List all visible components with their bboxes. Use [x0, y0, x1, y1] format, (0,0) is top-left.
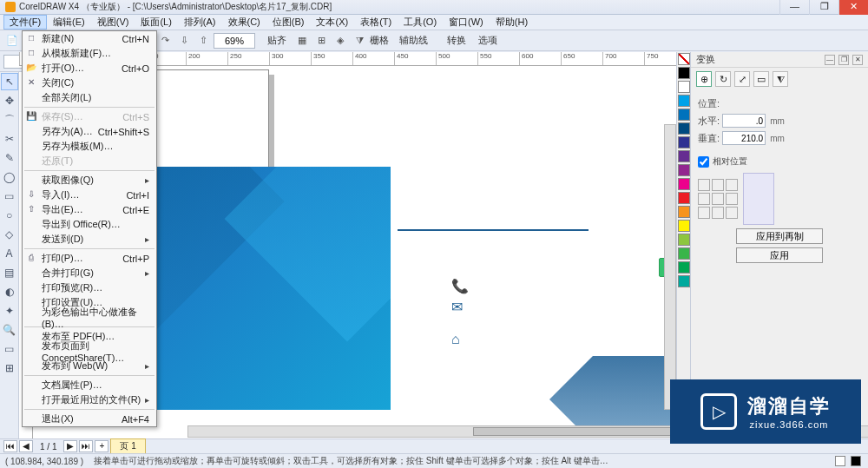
swatch[interactable]: [678, 275, 690, 287]
transform-skew-tab[interactable]: ⧨: [773, 71, 788, 87]
page-prev[interactable]: ◀: [19, 440, 33, 452]
swatch[interactable]: [678, 206, 690, 218]
zoom-input[interactable]: [214, 33, 255, 49]
freehand-tool[interactable]: ✎: [1, 149, 18, 167]
swatch[interactable]: [678, 164, 690, 176]
docker-max-button[interactable]: ❐: [838, 55, 849, 65]
menu-file[interactable]: 文件(F): [3, 15, 47, 30]
file-menu-item[interactable]: □从模板新建(F)…: [23, 46, 156, 61]
smart-tool[interactable]: ◯: [1, 168, 18, 186]
swatch[interactable]: [678, 81, 690, 93]
window-minimize-button[interactable]: —: [779, 0, 809, 15]
snap-item-0[interactable]: 栅格: [370, 34, 389, 47]
swatch[interactable]: [678, 178, 690, 190]
file-menu-item[interactable]: ⇧导出(E)…Ctrl+E: [23, 202, 156, 217]
toolbar-convert[interactable]: 转换: [447, 34, 466, 47]
page-tab-1[interactable]: 页 1: [110, 438, 145, 454]
swatch[interactable]: [678, 136, 690, 148]
transform-size-tab[interactable]: ▭: [753, 71, 769, 87]
file-menu-item[interactable]: 打印预览(R)…: [23, 280, 156, 295]
snap-objects[interactable]: ◈: [332, 32, 349, 49]
knife-tool[interactable]: ✂: [1, 130, 18, 148]
menu-text[interactable]: 文本(X): [310, 15, 354, 30]
menu-tools[interactable]: 工具(O): [398, 15, 443, 30]
file-menu-item[interactable]: 导出到 Office(R)…: [23, 217, 156, 232]
swatch-none[interactable]: [678, 53, 690, 65]
snap-dynamic[interactable]: ⧩: [351, 32, 368, 49]
swatch[interactable]: [678, 261, 690, 274]
new-button[interactable]: 📄: [3, 32, 21, 49]
file-menu-item[interactable]: 另存为模板(M)…: [23, 139, 156, 154]
export-button[interactable]: ⇧: [194, 32, 212, 49]
shape-tool[interactable]: ✥: [1, 92, 18, 109]
zoom-tool[interactable]: 🔍: [1, 321, 18, 339]
menu-help[interactable]: 帮助(H): [490, 15, 534, 30]
v-input[interactable]: [722, 131, 766, 145]
menu-tables[interactable]: 表格(T): [354, 15, 398, 30]
snap-grid[interactable]: ▦: [293, 32, 311, 49]
outline-swatch[interactable]: [851, 456, 861, 466]
window-close-button[interactable]: ✕: [838, 0, 868, 15]
relative-checkbox[interactable]: [698, 156, 709, 168]
page-add[interactable]: +: [95, 440, 108, 452]
scrollbar-vertical[interactable]: [664, 124, 676, 410]
menu-layout[interactable]: 版面(L): [135, 15, 177, 30]
crop-tool[interactable]: ⌒: [1, 111, 18, 129]
pick-tool[interactable]: ↖: [1, 73, 18, 90]
apply-button[interactable]: 应用: [736, 247, 823, 263]
menu-edit[interactable]: 编辑(E): [47, 15, 91, 30]
menu-view[interactable]: 视图(V): [91, 15, 135, 30]
swatch[interactable]: [678, 247, 690, 260]
file-menu-item[interactable]: 发送到(D)▸: [23, 232, 156, 247]
file-menu-item[interactable]: 退出(X)Alt+F4: [23, 412, 156, 426]
swatch[interactable]: [678, 192, 690, 204]
file-menu-item[interactable]: 📂打开(O)…Ctrl+O: [23, 61, 156, 76]
polygon-tool[interactable]: ◇: [1, 226, 18, 243]
interactive-tool[interactable]: ◐: [1, 283, 18, 300]
menu-window[interactable]: 窗口(W): [443, 15, 490, 30]
swatch[interactable]: [678, 122, 690, 135]
file-menu-item[interactable]: 另存为(A)…Ctrl+Shift+S: [23, 124, 156, 139]
file-menu-item[interactable]: 合并打印(G)▸: [23, 266, 156, 280]
transform-scale-tab[interactable]: ⤢: [734, 71, 750, 87]
rectangle-tool[interactable]: ▭: [1, 188, 18, 205]
transform-position-tab[interactable]: ⊕: [696, 71, 712, 87]
outline-tool[interactable]: ▭: [1, 340, 18, 358]
fill-tool[interactable]: ⊞: [1, 359, 18, 377]
file-menu-item[interactable]: 获取图像(Q)▸: [23, 173, 156, 188]
file-menu-item[interactable]: □新建(N)Ctrl+N: [23, 31, 156, 46]
swatch[interactable]: [678, 150, 690, 162]
file-menu-item[interactable]: 发布页面到 ConceptShare(T)…: [23, 344, 156, 359]
import-button[interactable]: ⇩: [175, 32, 193, 49]
apply-to-duplicate-button[interactable]: 应用到再制: [736, 228, 823, 244]
toolbar-options[interactable]: 选项: [478, 34, 497, 47]
text-tool[interactable]: A: [1, 245, 18, 262]
docker-close-button[interactable]: ✕: [852, 55, 863, 65]
ellipse-tool[interactable]: ○: [1, 207, 18, 224]
page-last[interactable]: ⏭: [79, 440, 93, 452]
eyedropper-tool[interactable]: ✦: [1, 302, 18, 320]
docker-min-button[interactable]: —: [825, 55, 835, 65]
page-first[interactable]: ⏮: [3, 440, 17, 452]
fill-swatch[interactable]: [835, 456, 845, 466]
page-next[interactable]: ▶: [63, 440, 77, 452]
file-menu-item[interactable]: 文档属性(P)…: [23, 378, 156, 392]
swatch[interactable]: [678, 95, 690, 107]
h-input[interactable]: [722, 114, 766, 128]
menu-arrange[interactable]: 排列(A): [178, 15, 222, 30]
snap-guides[interactable]: ⊞: [312, 32, 330, 49]
menu-bitmap[interactable]: 位图(B): [266, 15, 311, 30]
file-menu-item[interactable]: ⇩导入(I)…Ctrl+I: [23, 188, 156, 202]
swatch[interactable]: [678, 234, 690, 246]
menu-effects[interactable]: 效果(C): [222, 15, 266, 30]
file-menu-item[interactable]: 发布到 Web(W)▸: [23, 359, 156, 373]
file-menu-item[interactable]: ✕关闭(C): [23, 76, 156, 90]
file-menu-item[interactable]: 为彩色输出中心做准备(B)…: [23, 310, 156, 325]
window-maximize-button[interactable]: ❐: [809, 0, 838, 15]
swatch[interactable]: [678, 67, 690, 79]
table-tool[interactable]: ▤: [1, 264, 18, 281]
file-menu-item[interactable]: ⎙打印(P)…Ctrl+P: [23, 251, 156, 266]
swatch[interactable]: [678, 220, 690, 232]
redo-button[interactable]: ↷: [156, 32, 174, 49]
swatch[interactable]: [678, 109, 690, 121]
